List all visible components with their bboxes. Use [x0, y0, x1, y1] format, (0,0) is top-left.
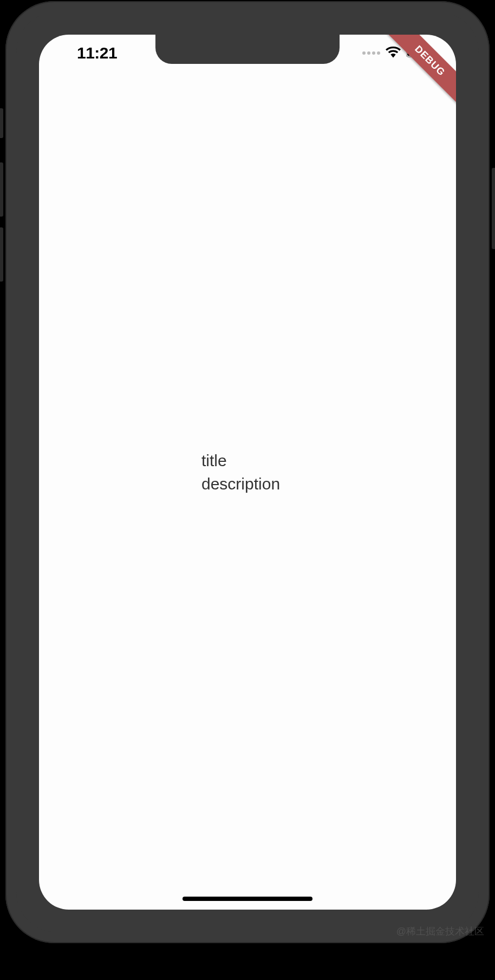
- phone-volume-up-button: [0, 162, 3, 217]
- cellular-signal-icon: [362, 51, 380, 55]
- phone-inner-frame: 11:21 DEBUG title descr: [16, 12, 479, 932]
- status-time: 11:21: [77, 44, 117, 62]
- phone-frame: 11:21 DEBUG title descr: [5, 1, 490, 943]
- phone-screen: 11:21 DEBUG title descr: [39, 35, 456, 910]
- home-indicator[interactable]: [183, 897, 312, 901]
- phone-silence-button: [0, 108, 3, 138]
- description-label: description: [201, 473, 280, 494]
- wifi-icon: [386, 46, 401, 60]
- phone-volume-down-button: [0, 227, 3, 282]
- main-content: title description: [39, 35, 456, 910]
- phone-notch: [155, 35, 340, 64]
- phone-power-button: [492, 168, 495, 249]
- title-label: title: [201, 450, 227, 471]
- watermark-text: @稀土掘金技术社区: [396, 925, 484, 938]
